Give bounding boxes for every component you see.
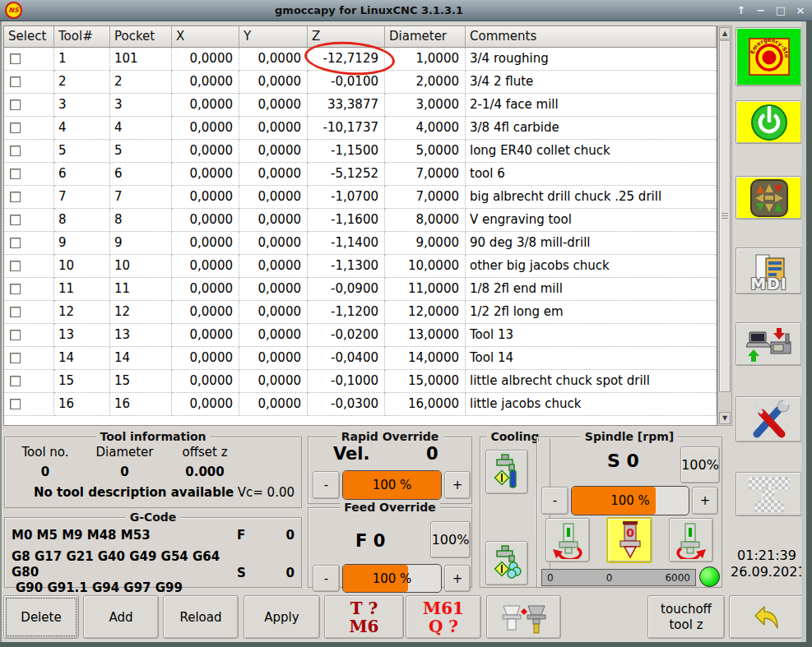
z-offset-cell[interactable]: -0,0200 (308, 324, 385, 347)
comment-cell[interactable]: 1/2 2fl long em (466, 301, 717, 324)
apply-button[interactable]: Apply (244, 595, 320, 639)
z-offset-cell[interactable]: -12,7129 (308, 48, 385, 71)
select-cell[interactable] (4, 163, 54, 186)
x-offset-cell[interactable]: 0,0000 (172, 71, 239, 94)
settings-button[interactable] (735, 396, 802, 442)
spindle-override-plus-button[interactable]: + (692, 487, 718, 515)
comment-cell[interactable]: other big jacobs chuck (466, 255, 717, 278)
comment-cell[interactable]: 90 deg 3/8 mill-drill (466, 232, 717, 255)
feed-override-slider[interactable]: 100 % (342, 564, 442, 593)
m61-button[interactable]: M61 Q ? (406, 595, 481, 639)
tool-number-cell[interactable]: 10 (54, 255, 110, 278)
comment-cell[interactable]: 3/8 4fl carbide (466, 117, 717, 140)
tool-number-cell[interactable]: 6 (54, 163, 110, 186)
select-cell[interactable] (4, 232, 54, 255)
y-offset-cell[interactable]: 0,0000 (239, 347, 308, 370)
x-offset-cell[interactable]: 0,0000 (172, 324, 239, 347)
z-offset-cell[interactable]: -1,1200 (308, 301, 385, 324)
select-cell[interactable] (4, 347, 54, 370)
y-offset-cell[interactable]: 0,0000 (239, 117, 308, 140)
x-offset-cell[interactable]: 0,0000 (172, 117, 239, 140)
comment-cell[interactable]: little jacobs chuck (466, 393, 717, 416)
tool-number-cell[interactable]: 8 (54, 209, 110, 232)
diameter-cell[interactable]: 10,0000 (385, 255, 466, 278)
z-offset-cell[interactable]: -0,0400 (308, 347, 385, 370)
select-cell[interactable] (4, 71, 54, 94)
x-offset-cell[interactable]: 0,0000 (172, 94, 239, 117)
column-header-x[interactable]: X (172, 26, 239, 48)
select-cell[interactable] (4, 117, 54, 140)
comment-cell[interactable]: 1/8 2fl end mill (466, 278, 717, 301)
delete-button[interactable]: Delete (3, 595, 79, 639)
column-header-diameter[interactable]: Diameter (385, 26, 466, 48)
select-cell[interactable] (4, 370, 54, 393)
comment-cell[interactable]: 3/4 2 flute (466, 71, 717, 94)
rapid-override-minus-button[interactable]: - (313, 471, 340, 499)
diameter-cell[interactable]: 9,0000 (385, 232, 466, 255)
select-checkbox[interactable] (10, 399, 21, 409)
x-offset-cell[interactable]: 0,0000 (172, 209, 239, 232)
z-offset-cell[interactable]: -1,0700 (308, 186, 385, 209)
reload-button[interactable]: Reload (163, 595, 239, 639)
feed-override-reset-button[interactable]: 100% (430, 521, 471, 558)
tool-number-cell[interactable]: 16 (54, 393, 110, 416)
select-checkbox[interactable] (10, 330, 21, 340)
z-offset-cell[interactable]: 33,3877 (308, 94, 385, 117)
table-scrollbar[interactable]: ▲ ▼ (717, 25, 732, 426)
y-offset-cell[interactable]: 0,0000 (239, 324, 308, 347)
machine-on-button[interactable] (735, 100, 802, 144)
add-button[interactable]: Add (83, 595, 159, 639)
select-checkbox[interactable] (10, 53, 21, 64)
y-offset-cell[interactable]: 0,0000 (239, 186, 308, 209)
comment-cell[interactable]: Tool 13 (466, 324, 717, 347)
z-offset-cell[interactable]: -5,1252 (308, 163, 385, 186)
feed-override-minus-button[interactable]: - (313, 565, 340, 592)
spindle-override-slider[interactable]: 100 % (571, 486, 689, 515)
z-offset-cell[interactable]: -1,1500 (308, 140, 385, 163)
tool-number-cell[interactable]: 13 (54, 324, 110, 347)
touchoff-tool-z-button[interactable]: touchoff tool z (647, 595, 725, 639)
x-offset-cell[interactable]: 0,0000 (172, 278, 239, 301)
select-cell[interactable] (4, 209, 54, 232)
tool-number-cell[interactable]: 12 (54, 301, 110, 324)
pocket-cell[interactable]: 7 (110, 186, 172, 209)
column-header-pocket[interactable]: Pocket (110, 26, 172, 48)
diameter-cell[interactable]: 5,0000 (385, 140, 466, 163)
z-offset-cell[interactable]: -0,0100 (308, 71, 385, 94)
z-offset-cell[interactable]: -1,1600 (308, 209, 385, 232)
select-cell[interactable] (4, 393, 54, 416)
tool-number-cell[interactable]: 15 (54, 370, 110, 393)
scroll-up-icon[interactable]: ▲ (719, 27, 731, 39)
x-offset-cell[interactable]: 0,0000 (172, 301, 239, 324)
select-cell[interactable] (4, 324, 54, 347)
manual-mode-button[interactable] (735, 176, 802, 220)
tool-number-cell[interactable]: 4 (54, 117, 110, 140)
select-checkbox[interactable] (10, 146, 21, 156)
y-offset-cell[interactable]: 0,0000 (239, 163, 308, 186)
z-offset-cell[interactable]: -0,0300 (308, 393, 385, 416)
select-checkbox[interactable] (10, 76, 21, 87)
select-checkbox[interactable] (10, 261, 21, 271)
select-checkbox[interactable] (10, 215, 21, 225)
pocket-cell[interactable]: 13 (110, 324, 172, 347)
spindle-cw-button[interactable] (669, 518, 713, 562)
pocket-cell[interactable]: 5 (110, 140, 172, 163)
spindle-override-reset-button[interactable]: 100% (680, 446, 720, 483)
comment-cell[interactable]: 3/4 roughing (466, 48, 717, 71)
pocket-cell[interactable]: 10 (110, 255, 172, 278)
select-checkbox[interactable] (10, 192, 21, 202)
select-cell[interactable] (4, 186, 54, 209)
select-checkbox[interactable] (10, 99, 21, 110)
y-offset-cell[interactable]: 0,0000 (239, 209, 308, 232)
pocket-cell[interactable]: 101 (110, 48, 172, 71)
feed-override-plus-button[interactable]: + (444, 565, 471, 592)
x-offset-cell[interactable]: 0,0000 (172, 255, 239, 278)
select-cell[interactable] (4, 140, 54, 163)
x-offset-cell[interactable]: 0,0000 (172, 163, 239, 186)
diameter-cell[interactable]: 7,0000 (385, 186, 466, 209)
back-button[interactable] (729, 595, 805, 639)
comment-cell[interactable]: little albrecht chuck spot drill (466, 370, 717, 393)
tool-number-cell[interactable]: 14 (54, 347, 110, 370)
x-offset-cell[interactable]: 0,0000 (172, 140, 239, 163)
diameter-cell[interactable]: 11,0000 (385, 278, 466, 301)
